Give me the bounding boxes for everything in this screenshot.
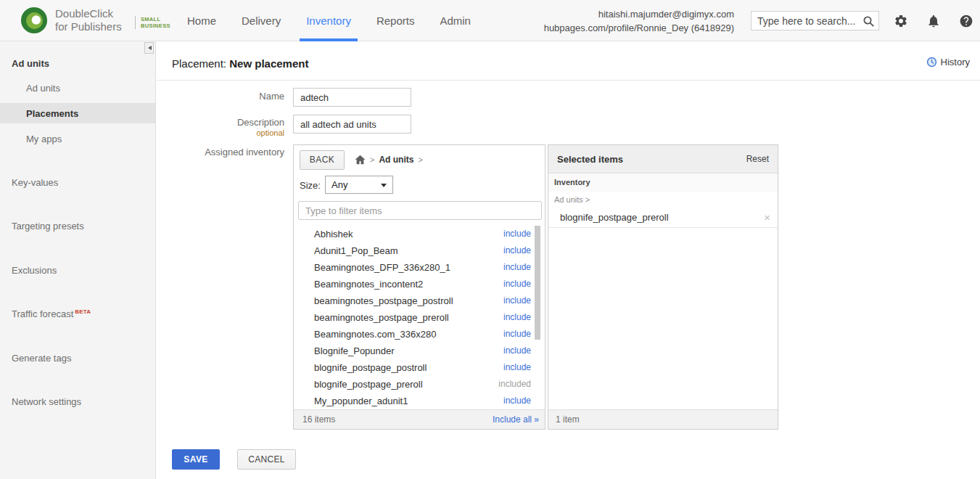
name-label: Name (157, 91, 284, 102)
ad-unit-name: Beamingnotes_incontent2 (314, 276, 423, 292)
selected-group-label: Inventory (548, 173, 778, 192)
account-info: hitaishi.majumder@digimyx.com hubpages.c… (544, 7, 734, 35)
selected-items-panel: Selected items Reset Inventory Ad units … (548, 144, 778, 430)
include-link[interactable]: include (503, 359, 531, 376)
nav-reports[interactable]: Reports (375, 0, 416, 41)
include-link[interactable]: include (503, 393, 531, 409)
list-item: Adunit1_Pop_Beam include (294, 242, 545, 259)
selected-item-row: blognife_postpage_preroll × (548, 208, 778, 228)
assigned-inventory-label: Assigned inventory (157, 147, 284, 157)
selected-items-title: Selected items (557, 154, 623, 165)
size-select[interactable]: Any (325, 176, 393, 194)
remove-item-icon[interactable]: × (764, 211, 770, 224)
sidebar-item-targeting-presets[interactable]: Targeting presets (12, 221, 84, 232)
chevron-down-icon (381, 184, 387, 190)
list-item: beamingnotes_postpage_preroll include (294, 309, 545, 326)
description-label: Description (157, 117, 284, 128)
include-link[interactable]: include (503, 326, 531, 343)
include-link[interactable]: include (503, 309, 531, 326)
page-title: Placement: New placement (172, 57, 308, 70)
chevron-left-icon (146, 46, 152, 50)
inventory-picker-panel: BACK > Ad units > Size: Any Abhishek inc… (293, 144, 545, 430)
help-icon[interactable] (959, 14, 973, 28)
sidebar-section-ad-units[interactable]: Ad units (12, 58, 49, 69)
optional-hint: optional (157, 128, 284, 137)
list-item: My_popunder_adunit1 include (294, 393, 545, 409)
list-item: blognife_postpage_preroll included (294, 376, 545, 393)
list-item: Beamingnotes_DFP_336x280_1 include (294, 259, 545, 276)
ad-unit-name: Adunit1_Pop_Beam (314, 242, 398, 259)
sidebar-item-generate-tags[interactable]: Generate tags (12, 353, 71, 364)
beta-badge: BETA (75, 308, 91, 315)
selected-item-name: blognife_postpage_preroll (560, 212, 669, 223)
ad-unit-name: beamingnotes_postpage_preroll (314, 309, 449, 326)
list-item: Blognife_Popunder include (294, 343, 545, 359)
sidebar-item-network-settings[interactable]: Network settings (12, 396, 81, 407)
selected-path-label: Ad units > (548, 192, 778, 208)
include-link[interactable]: include (503, 226, 531, 242)
home-icon[interactable] (355, 155, 366, 165)
include-all-link[interactable]: Include all » (493, 414, 539, 425)
history-link[interactable]: History (926, 57, 970, 67)
save-button[interactable]: SAVE (172, 449, 220, 470)
nav-home[interactable]: Home (186, 0, 218, 41)
global-search (751, 11, 879, 30)
bell-icon[interactable] (926, 14, 941, 28)
ad-unit-name: blognife_postpage_postroll (314, 359, 427, 376)
breadcrumb-ad-units[interactable]: Ad units (379, 155, 413, 165)
account-email: hitaishi.majumder@digimyx.com (544, 7, 734, 21)
reset-link[interactable]: Reset (746, 154, 769, 164)
filter-input[interactable] (298, 201, 542, 220)
include-link[interactable]: include (503, 242, 531, 259)
title-divider (157, 80, 980, 81)
list-item: beamingnotes_postpage_postroll include (294, 292, 545, 309)
nav-admin[interactable]: Admin (438, 0, 472, 41)
ad-unit-name: Blognife_Popunder (314, 343, 395, 359)
sidebar-item-exclusions[interactable]: Exclusions (12, 265, 57, 276)
ad-unit-list: Abhishek include Adunit1_Pop_Beam includ… (294, 226, 545, 409)
ad-unit-name: beamingnotes_postpage_postroll (314, 292, 453, 309)
sidebar-item-traffic-forecast[interactable]: Traffic forecastBETA (12, 308, 91, 319)
description-field[interactable] (293, 115, 411, 134)
nav-inventory[interactable]: Inventory (305, 0, 353, 41)
size-label: Size: (300, 180, 321, 191)
nav-delivery[interactable]: Delivery (240, 0, 282, 41)
sidebar: Ad units Ad units Placements My apps Key… (0, 41, 156, 479)
include-link[interactable]: include (503, 259, 531, 276)
include-link[interactable]: include (503, 276, 531, 292)
item-count: 16 items (302, 414, 335, 425)
sidebar-item-my-apps[interactable]: My apps (26, 134, 62, 144)
sidebar-item-key-values[interactable]: Key-values (12, 177, 58, 188)
search-icon[interactable] (862, 15, 875, 28)
list-item: Beamingnotes_incontent2 include (294, 276, 545, 292)
ad-unit-name: Beamingnotes.com_336x280 (314, 326, 436, 343)
sidebar-item-ad-units[interactable]: Ad units (26, 83, 60, 94)
logo-wordmark: DoubleClick for Publishers (55, 7, 122, 33)
dfp-app-window: DoubleClick for Publishers SMALL BUSINES… (0, 0, 980, 479)
sidebar-item-placements[interactable]: Placements (0, 103, 155, 123)
doubleclick-logo-icon[interactable] (20, 7, 48, 34)
cancel-button[interactable]: CANCEL (237, 449, 296, 470)
list-item: Beamingnotes.com_336x280 include (294, 326, 545, 343)
account-network: hubpages.com/profile/Ronnie_Dey (6418929… (544, 21, 734, 35)
selected-items-header: Selected items Reset (548, 145, 778, 173)
sidebar-collapse-button[interactable] (144, 42, 154, 54)
history-clock-icon (926, 57, 937, 67)
back-button[interactable]: BACK (300, 150, 345, 170)
ad-unit-name: Abhishek (314, 226, 353, 242)
list-item: Abhishek include (294, 226, 545, 242)
name-field[interactable] (293, 88, 411, 107)
included-label: included (498, 376, 531, 393)
search-input[interactable] (752, 12, 878, 30)
primary-nav: Home Delivery Inventory Reports Admin (186, 0, 472, 41)
breadcrumb: > Ad units > (355, 155, 423, 165)
gear-icon[interactable] (894, 14, 908, 28)
top-header: DoubleClick for Publishers SMALL BUSINES… (0, 0, 980, 41)
selected-items-footer: 1 item (548, 409, 778, 429)
small-business-badge: SMALL BUSINESS (135, 16, 170, 29)
ad-unit-name: My_popunder_adunit1 (314, 393, 408, 409)
logo-line2: for Publishers (55, 20, 122, 33)
list-scrollbar-thumb[interactable] (535, 226, 540, 340)
include-link[interactable]: include (503, 292, 531, 309)
include-link[interactable]: include (503, 343, 531, 359)
